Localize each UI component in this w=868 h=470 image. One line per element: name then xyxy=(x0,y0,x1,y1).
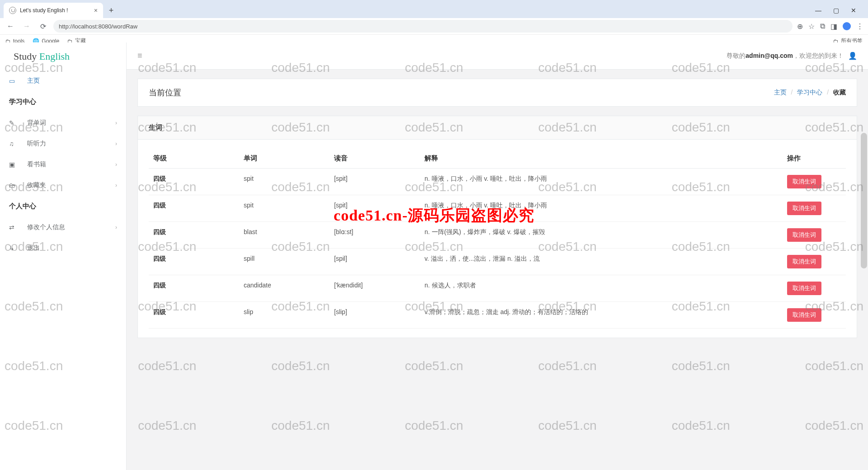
panel-title: 生词 xyxy=(138,116,857,140)
sidebar-item-favorites[interactable]: 🗁 收藏夹 › xyxy=(0,175,126,196)
hamburger-icon[interactable]: ≡ xyxy=(137,51,142,61)
cell-pron: [slip] xyxy=(330,302,420,329)
logo-left: Study xyxy=(14,51,37,62)
vocab-panel: 生词 等级 单词 读音 解释 操作 四级spit[spit]n. xyxy=(137,116,857,338)
sidebar-item-home[interactable]: ▭ 主页 xyxy=(0,70,126,91)
browser-tab[interactable]: Let's study English ! × xyxy=(4,3,103,18)
col-level: 等级 xyxy=(149,149,239,169)
table-row: 四级spit[spit]n. 唾液，口水，小雨 v. 唾吐，吐出，降小雨取消生词 xyxy=(149,169,846,195)
greeting: 尊敬的admin@qq.com，欢迎您的到来！ 👤 xyxy=(726,52,857,60)
greeting-prefix: 尊敬的 xyxy=(726,52,745,59)
back-button[interactable]: ← xyxy=(5,20,16,32)
url-input[interactable]: http://localhost:8080/wordRaw xyxy=(53,20,793,33)
remove-word-button[interactable]: 取消生词 xyxy=(787,202,821,215)
scrollbar[interactable] xyxy=(861,133,867,268)
sidepanel-icon[interactable]: ◨ xyxy=(830,22,837,31)
cell-meaning: n. 一阵(强风)，爆炸声，爆破 v. 爆破，摧毁 xyxy=(420,222,783,249)
cell-level: 四级 xyxy=(149,302,239,329)
edit-icon: ✎ xyxy=(9,119,27,127)
sidebar-item-label: 听听力 xyxy=(27,140,115,148)
maximize-icon[interactable]: ▢ xyxy=(831,5,841,16)
user-icon[interactable]: 👤 xyxy=(848,52,857,60)
cell-action: 取消生词 xyxy=(783,302,846,329)
table-row: 四级spill[spil]v. 溢出，洒，使...流出，泄漏 n. 溢出，流取消… xyxy=(149,249,846,275)
location-bar: 当前位置 主页 / 学习中心 / 收藏 xyxy=(137,79,857,107)
logo[interactable]: Study English xyxy=(0,42,126,70)
cell-meaning: v. 溢出，洒，使...流出，泄漏 n. 溢出，流 xyxy=(420,249,783,275)
sidebar-item-books[interactable]: ▣ 看书籍 › xyxy=(0,154,126,175)
location-title: 当前位置 xyxy=(149,87,181,98)
greeting-user: admin@qq.com xyxy=(745,52,793,59)
cell-word: slip xyxy=(239,302,330,329)
sidebar-item-label: 看书籍 xyxy=(27,160,115,169)
sidebar-item-label: 主页 xyxy=(27,77,117,85)
cell-level: 四级 xyxy=(149,169,239,195)
col-meaning: 解释 xyxy=(420,149,783,169)
remove-word-button[interactable]: 取消生词 xyxy=(787,308,821,322)
cell-pron: [blɑ:st] xyxy=(330,222,420,249)
tab-close-icon[interactable]: × xyxy=(94,7,98,14)
cell-action: 取消生词 xyxy=(783,249,846,275)
zoom-icon[interactable]: ⊕ xyxy=(797,22,803,31)
headphones-icon: ♫ xyxy=(9,140,27,147)
col-pron: 读音 xyxy=(330,149,420,169)
sidebar-item-label: 修改个人信息 xyxy=(27,223,115,231)
cell-pron: ['kændidit] xyxy=(330,275,420,302)
arrow-down-icon: ↳ xyxy=(9,244,27,252)
table-row: 四级spit[spit]n. 唾液，口水，小雨 v. 唾吐，吐出，降小雨取消生词 xyxy=(149,195,846,222)
sidebar-item-profile[interactable]: ⇄ 修改个人信息 › xyxy=(0,217,126,238)
cell-level: 四级 xyxy=(149,222,239,249)
chevron-right-icon: › xyxy=(115,182,117,188)
breadcrumb-learn[interactable]: 学习中心 xyxy=(797,89,822,96)
remove-word-button[interactable]: 取消生词 xyxy=(787,228,821,242)
chevron-right-icon: › xyxy=(115,120,117,126)
minimize-icon[interactable]: — xyxy=(813,5,823,16)
folder-open-icon: 🗁 xyxy=(9,182,27,189)
sidebar-item-listen[interactable]: ♫ 听听力 › xyxy=(0,133,126,154)
sidebar-section-learn: 学习中心 xyxy=(0,91,126,113)
cell-word: spit xyxy=(239,169,330,195)
cell-level: 四级 xyxy=(149,249,239,275)
col-word: 单词 xyxy=(239,149,330,169)
sidebar-item-label: 退出 xyxy=(27,244,117,252)
breadcrumb-home[interactable]: 主页 xyxy=(774,89,787,96)
chevron-right-icon: › xyxy=(115,224,117,230)
tab-title: Let's study English ! xyxy=(20,7,68,14)
close-window-icon[interactable]: ✕ xyxy=(849,5,858,16)
remove-word-button[interactable]: 取消生词 xyxy=(787,282,821,295)
sidebar: Study English ▭ 主页 学习中心 ✎ 背单词 › ♫ 听听力 › … xyxy=(0,42,127,470)
breadcrumb-current: 收藏 xyxy=(833,89,846,96)
reload-button[interactable]: ⟳ xyxy=(37,20,49,32)
cell-action: 取消生词 xyxy=(783,195,846,222)
star-icon[interactable]: ☆ xyxy=(808,22,815,31)
sidebar-item-words[interactable]: ✎ 背单词 › xyxy=(0,113,126,133)
content: 当前位置 主页 / 学习中心 / 收藏 生词 等级 单词 xyxy=(127,70,868,470)
table-row: 四级blast[blɑ:st]n. 一阵(强风)，爆炸声，爆破 v. 爆破，摧毁… xyxy=(149,222,846,249)
app-root: Study English ▭ 主页 学习中心 ✎ 背单词 › ♫ 听听力 › … xyxy=(0,42,868,470)
cell-pron: [spit] xyxy=(330,169,420,195)
topbar: ≡ 尊敬的admin@qq.com，欢迎您的到来！ 👤 xyxy=(127,42,868,70)
tab-bar: Let's study English ! × + — ▢ ✕ xyxy=(0,0,868,18)
sidebar-section-personal: 个人中心 xyxy=(0,196,126,217)
cell-meaning: n. 唾液，口水，小雨 v. 唾吐，吐出，降小雨 xyxy=(420,169,783,195)
remove-word-button[interactable]: 取消生词 xyxy=(787,175,821,188)
forward-button[interactable]: → xyxy=(21,20,33,32)
laptop-icon: ▭ xyxy=(9,77,27,85)
new-tab-button[interactable]: + xyxy=(105,4,118,17)
sidebar-item-logout[interactable]: ↳ 退出 xyxy=(0,238,126,258)
sidebar-item-label: 背单词 xyxy=(27,119,115,127)
cell-meaning: n. 候选人，求职者 xyxy=(420,275,783,302)
profile-icon[interactable] xyxy=(843,22,851,30)
window-controls: — ▢ ✕ xyxy=(813,5,864,16)
book-icon: ▣ xyxy=(9,161,27,168)
extension-icon[interactable]: ⧉ xyxy=(820,22,825,30)
menu-icon[interactable]: ⋮ xyxy=(856,22,863,31)
cell-word: candidate xyxy=(239,275,330,302)
address-bar: ← → ⟳ http://localhost:8080/wordRaw ⊕ ☆ … xyxy=(0,18,868,34)
cell-pron: [spil] xyxy=(330,249,420,275)
favicon-icon xyxy=(9,7,16,14)
cell-word: spit xyxy=(239,195,330,222)
main-area: ≡ 尊敬的admin@qq.com，欢迎您的到来！ 👤 当前位置 主页 / 学习… xyxy=(127,42,868,470)
cell-level: 四级 xyxy=(149,275,239,302)
remove-word-button[interactable]: 取消生词 xyxy=(787,255,821,268)
